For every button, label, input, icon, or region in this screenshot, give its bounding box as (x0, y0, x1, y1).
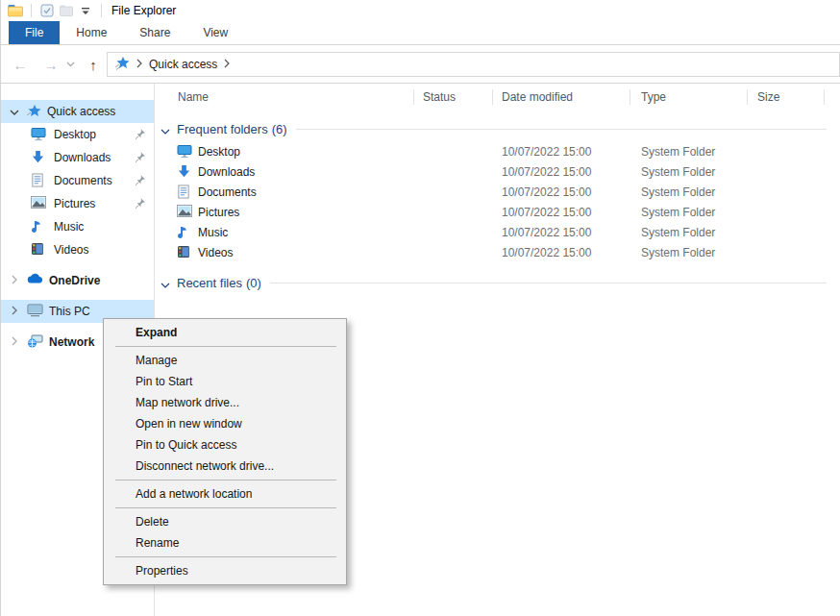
pictures-icon (177, 205, 192, 220)
tab-view[interactable]: View (186, 21, 244, 44)
sidebar-item-onedrive[interactable]: OneDrive (1, 269, 154, 292)
file-type: System Folder (630, 185, 748, 199)
sidebar-item-quick-access[interactable]: Quick access (1, 100, 154, 123)
navigation-bar: ← → ↑ Quick access (1, 45, 840, 84)
chevron-down-icon[interactable] (9, 105, 20, 118)
network-icon (27, 334, 43, 350)
menu-item-pin-to-quick-access[interactable]: Pin to Quick access (104, 434, 346, 456)
sidebar-item-label: Music (54, 220, 84, 234)
sidebar-item-label: Videos (54, 243, 88, 257)
menu-item-delete[interactable]: Delete (104, 511, 346, 532)
file-date-modified: 10/07/2022 15:00 (493, 226, 630, 239)
menu-item-open-in-new-window[interactable]: Open in new window (104, 413, 346, 434)
sidebar-item-documents[interactable]: Documents (1, 169, 154, 192)
context-menu: Expand Manage Pin to Start Map network d… (103, 318, 347, 585)
sidebar-item-label: Desktop (54, 128, 96, 141)
menu-item-add-a-network-location[interactable]: Add a network location (104, 483, 346, 505)
tab-share[interactable]: Share (123, 21, 186, 44)
forward-button[interactable]: → (39, 53, 62, 76)
file-date-modified: 10/07/2022 15:00 (493, 246, 630, 259)
file-row-music[interactable]: Music 10/07/2022 15:00 System Folder (155, 222, 840, 242)
sidebar-item-label: This PC (49, 305, 90, 318)
chevron-down-icon[interactable] (161, 123, 170, 137)
file-type: System Folder (630, 226, 748, 239)
group-header-recent-files[interactable]: Recent files (0) (155, 272, 840, 293)
chevron-right-icon[interactable] (9, 335, 20, 349)
videos-icon (177, 245, 192, 260)
address-bar[interactable]: Quick access (107, 52, 840, 77)
file-date-modified: 10/07/2022 15:00 (493, 165, 630, 179)
recent-locations-chevron-icon[interactable] (62, 53, 78, 76)
file-row-videos[interactable]: Videos 10/07/2022 15:00 System Folder (155, 242, 840, 262)
chevron-right-icon[interactable] (9, 305, 20, 318)
sidebar-item-videos[interactable]: Videos (1, 238, 154, 261)
menu-separator (115, 346, 336, 347)
pictures-icon (31, 196, 47, 211)
documents-icon (177, 185, 192, 200)
file-row-downloads[interactable]: Downloads 10/07/2022 15:00 System Folder (155, 161, 840, 182)
sidebar-item-music[interactable]: Music (1, 215, 154, 238)
downloads-icon (31, 150, 47, 165)
file-date-modified: 10/07/2022 15:00 (493, 185, 630, 199)
tab-file[interactable]: File (9, 21, 60, 44)
menu-item-rename[interactable]: Rename (104, 532, 346, 554)
window-title: File Explorer (111, 4, 176, 17)
file-name: Documents (198, 185, 257, 199)
pin-icon (134, 174, 146, 189)
menu-separator (115, 507, 336, 508)
sidebar-item-downloads[interactable]: Downloads (1, 146, 154, 169)
pin-icon (134, 128, 146, 143)
column-header-name[interactable]: Name (155, 84, 414, 110)
downloads-icon (177, 164, 192, 180)
chevron-right-icon[interactable] (9, 274, 20, 287)
column-header-size[interactable]: Size (748, 84, 825, 110)
file-type: System Folder (630, 165, 748, 179)
file-row-pictures[interactable]: Pictures 10/07/2022 15:00 System Folder (155, 202, 840, 222)
file-name: Desktop (198, 145, 240, 159)
menu-item-manage[interactable]: Manage (104, 350, 346, 371)
file-name: Downloads (198, 165, 255, 179)
qat-separator (101, 4, 102, 17)
breadcrumb-location[interactable]: Quick access (142, 58, 224, 71)
menu-item-properties[interactable]: Properties (104, 560, 346, 581)
properties-quick-button[interactable] (37, 2, 57, 19)
menu-item-map-network-drive[interactable]: Map network drive... (104, 392, 346, 413)
column-header-date-modified[interactable]: Date modified (493, 84, 630, 110)
sidebar-item-pictures[interactable]: Pictures (1, 192, 154, 215)
group-count: (6) (272, 122, 287, 136)
new-folder-quick-button[interactable] (57, 2, 76, 19)
sidebar-group-gap (1, 261, 154, 269)
menu-item-disconnect-network-drive[interactable]: Disconnect network drive... (104, 456, 346, 477)
file-explorer-window: File Explorer File Home Share View ← → ↑… (0, 0, 840, 616)
file-date-modified: 10/07/2022 15:00 (493, 145, 630, 159)
documents-icon (31, 173, 47, 188)
customize-quick-access-toolbar-icon[interactable] (76, 2, 95, 19)
menu-item-expand[interactable]: Expand (104, 322, 346, 343)
breadcrumb-chevron-icon[interactable] (224, 58, 230, 71)
sidebar-item-label: OneDrive (49, 274, 100, 287)
videos-icon (31, 242, 47, 258)
group-header-frequent-folders[interactable]: Frequent folders (6) (155, 118, 840, 139)
music-icon (177, 225, 192, 240)
file-row-desktop[interactable]: Desktop 10/07/2022 15:00 System Folder (155, 141, 840, 161)
menu-item-pin-to-start[interactable]: Pin to Start (104, 371, 346, 392)
column-header-type[interactable]: Type (630, 84, 748, 110)
desktop-icon (31, 127, 47, 142)
file-row-documents[interactable]: Documents 10/07/2022 15:00 System Folder (155, 182, 840, 202)
quick-access-star-icon (115, 56, 131, 73)
group-count: (0) (246, 276, 261, 290)
pin-icon (134, 151, 146, 166)
back-button[interactable]: ← (9, 53, 32, 76)
chevron-down-icon[interactable] (161, 277, 170, 291)
quick-access-star-icon (27, 104, 43, 119)
file-name: Videos (198, 246, 233, 259)
sidebar-group-gap (1, 292, 154, 300)
menu-separator (115, 480, 336, 480)
tab-home[interactable]: Home (60, 21, 123, 44)
group-rule (296, 129, 827, 130)
sidebar-item-desktop[interactable]: Desktop (1, 123, 154, 146)
file-name: Music (198, 226, 228, 239)
up-button[interactable]: ↑ (82, 53, 105, 76)
column-header-status[interactable]: Status (414, 84, 493, 110)
sidebar-item-label: Quick access (47, 105, 115, 118)
